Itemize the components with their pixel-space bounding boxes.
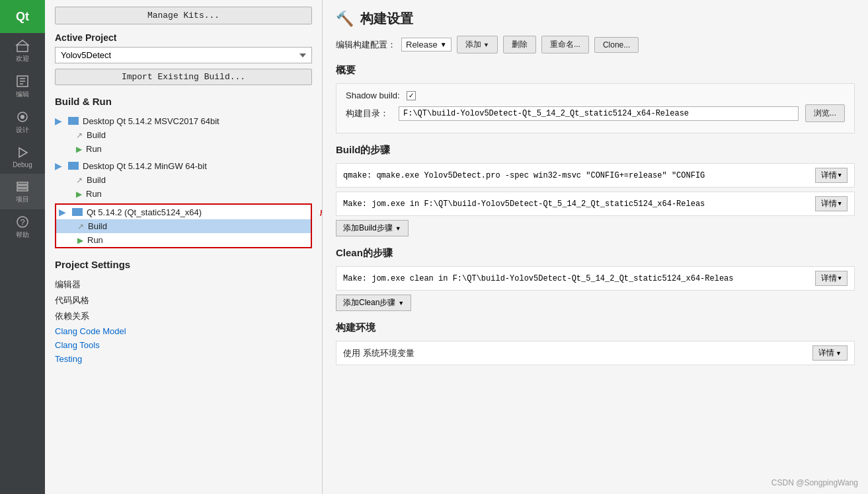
kit-group-1: ▶ Desktop Qt 5.14.2 MSVC2017 64bit ↗ Bui…: [55, 114, 312, 156]
left-panel: Manage Kits... Active Project Yolov5Dete…: [45, 0, 323, 494]
clone-config-button[interactable]: Clone...: [594, 37, 639, 53]
manage-kits-button[interactable]: Manage Kits...: [55, 7, 312, 24]
kit-2-run[interactable]: ▶ Run: [55, 187, 312, 201]
kit-group-2: ▶ Desktop Qt 5.14.2 MinGW 64-bit ↗ Build…: [55, 159, 312, 201]
sidebar-item-debug[interactable]: Debug: [0, 140, 45, 174]
kit-2-build-label: Build: [87, 175, 106, 185]
sidebar-item-help-label: 帮助: [16, 230, 29, 240]
build-dir-label: 构建目录：: [346, 108, 392, 120]
kit-1-run-label: Run: [86, 144, 102, 154]
active-project-label: Active Project: [55, 32, 312, 43]
rename-config-button[interactable]: 重命名...: [541, 36, 589, 53]
clean-details-dropdown-icon: ▼: [838, 275, 842, 282]
overview-box: Shadow build: ✓ 构建目录： 浏览...: [336, 83, 855, 133]
build-env-header: 构建环境: [336, 322, 855, 334]
kit-item-1[interactable]: ▶ Desktop Qt 5.14.2 MSVC2017 64bit: [55, 114, 312, 128]
add-config-button[interactable]: 添加 ▼: [457, 36, 498, 53]
kit-2-build[interactable]: ↗ Build: [55, 173, 312, 187]
page-title: 构建设置: [360, 10, 413, 28]
run-arrow-icon-3: ▶: [77, 236, 83, 245]
overview-section-header: 概要: [336, 64, 855, 77]
kit-1-build-label: Build: [87, 130, 106, 140]
qt-logo: Qt: [0, 0, 45, 33]
add-clean-step-button[interactable]: 添加Clean步骤 ▼: [336, 295, 411, 311]
kit-name-2: Desktop Qt 5.14.2 MinGW 64-bit: [83, 161, 207, 171]
sidebar-item-edit[interactable]: 编辑: [0, 69, 45, 104]
kit-expand-icon-1: ▶: [55, 116, 68, 126]
details-dropdown-icon-1: ▼: [838, 172, 842, 179]
settings-dependencies[interactable]: 依赖关系: [55, 308, 312, 324]
kit-item-3[interactable]: ▶ Qt 5.14.2 (Qt_static5124_x64): [56, 205, 311, 219]
sidebar-item-edit-label: 编辑: [16, 90, 29, 99]
kit-color-icon-3: [72, 208, 83, 216]
clean-steps-header: Clean的步骤: [336, 247, 855, 260]
sidebar-item-help[interactable]: ? 帮助: [0, 209, 45, 245]
right-panel: 🔨 构建设置 编辑构建配置： Release ▼ 添加 ▼ 删除 重命名... …: [323, 0, 868, 494]
kit-color-icon-2: [68, 162, 79, 170]
build-step-qmake-text: qmake: qmake.exe Yolov5Detect.pro -spec …: [343, 171, 815, 180]
clean-step-make-text: Make: jom.exe clean in F:\QT\build-Yolov…: [343, 274, 815, 283]
env-details-dropdown-icon: ▼: [836, 350, 842, 357]
config-select-value: Release: [406, 40, 438, 50]
settings-code-style[interactable]: 代码风格: [55, 293, 312, 308]
help-icon: ?: [15, 215, 30, 229]
details-dropdown-icon-2: ▼: [838, 201, 842, 207]
add-build-step-button[interactable]: 添加Build步骤 ▼: [336, 220, 409, 236]
svg-rect-10: [17, 189, 28, 191]
delete-config-button[interactable]: 删除: [503, 36, 536, 53]
shadow-build-checkbox[interactable]: ✓: [407, 91, 416, 100]
settings-clang-code-model[interactable]: Clang Code Model: [55, 324, 312, 338]
kit-name-1: Desktop Qt 5.14.2 MSVC2017 64bit: [83, 116, 219, 126]
page-title-container: 🔨 构建设置: [336, 10, 855, 28]
kit-1-build[interactable]: ↗ Build: [55, 128, 312, 142]
sidebar-item-debug-label: Debug: [13, 161, 32, 168]
kit-color-icon-1: [68, 117, 79, 125]
sidebar-item-welcome[interactable]: 欢迎: [0, 33, 45, 69]
svg-rect-0: [17, 45, 28, 52]
add-clean-step-dropdown-icon: ▼: [398, 300, 404, 306]
svg-text:?: ?: [20, 217, 24, 227]
config-select-wrapper[interactable]: Release ▼: [401, 38, 452, 52]
sidebar-item-project[interactable]: 项目: [0, 174, 45, 209]
svg-rect-9: [17, 186, 28, 188]
kit-3-run[interactable]: ▶ Run: [56, 233, 311, 247]
env-text: 使用 系统环境变量: [343, 347, 414, 359]
build-dir-input[interactable]: [399, 106, 799, 121]
build-arrow-icon-2: ↗: [76, 176, 83, 185]
sidebar-item-design[interactable]: 设计: [0, 104, 45, 140]
run-arrow-icon-2: ▶: [76, 190, 82, 199]
import-existing-build-button[interactable]: Import Existing Build...: [55, 69, 312, 85]
build-step-make-text: Make: jom.exe in F:\QT\build-Yolov5Detec…: [343, 199, 815, 209]
build-arrow-icon-1: ↗: [76, 131, 83, 140]
build-step-qmake-details[interactable]: 详情 ▼: [815, 168, 848, 183]
build-step-qmake: qmake: qmake.exe Yolov5Detect.pro -spec …: [336, 163, 855, 188]
build-run-title: Build & Run: [55, 96, 312, 107]
svg-marker-7: [19, 148, 27, 157]
svg-point-6: [20, 115, 24, 119]
clean-step-details[interactable]: 详情 ▼: [815, 271, 848, 286]
kit-expand-icon-2: ▶: [55, 160, 68, 171]
build-settings-icon: 🔨: [336, 11, 354, 28]
sidebar-item-design-label: 设计: [16, 125, 29, 135]
kit-item-2[interactable]: ▶ Desktop Qt 5.14.2 MinGW 64-bit: [55, 159, 312, 173]
project-icon: [15, 179, 30, 194]
settings-clang-tools[interactable]: Clang Tools: [55, 338, 312, 352]
kit-3-build[interactable]: ↗ Build: [56, 219, 311, 233]
project-settings-title: Project Settings: [55, 259, 312, 270]
kit-name-3: Qt 5.14.2 (Qt_static5124_x64): [87, 207, 202, 217]
build-step-make-details[interactable]: 详情 ▼: [815, 196, 848, 211]
settings-testing[interactable]: Testing: [55, 352, 312, 366]
kit-1-run[interactable]: ▶ Run: [55, 142, 312, 156]
kit-2-run-label: Run: [86, 189, 102, 199]
debug-icon: [15, 145, 30, 160]
project-select[interactable]: Yolov5Detect: [55, 47, 312, 63]
env-details-button[interactable]: 详情 ▼: [812, 345, 848, 361]
browse-button[interactable]: 浏览...: [805, 104, 845, 122]
run-arrow-icon-1: ▶: [76, 145, 82, 154]
add-dropdown-icon: ▼: [483, 42, 489, 48]
kit-3-run-label: Run: [87, 235, 103, 245]
build-arrow-icon-3: ↗: [77, 222, 84, 231]
settings-editor[interactable]: 编辑器: [55, 277, 312, 293]
kit-group-3: ▶ Qt 5.14.2 (Qt_static5124_x64) ↗ Build …: [55, 203, 312, 248]
add-build-step-dropdown-icon: ▼: [395, 225, 401, 232]
